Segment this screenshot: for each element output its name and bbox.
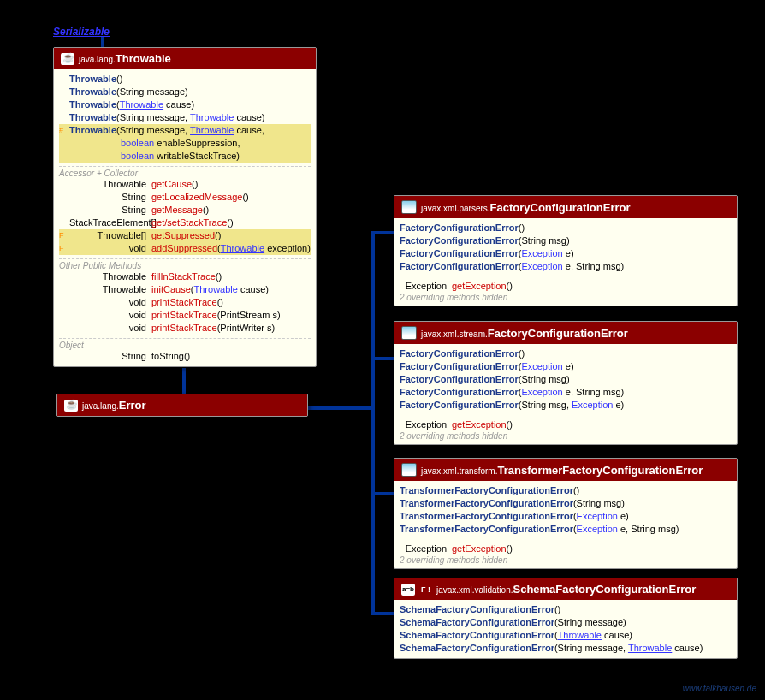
class-name: Throwable — [116, 52, 171, 65]
class-factory-2: javax.xml.transform.TransformerFactoryCo… — [394, 458, 738, 569]
class-factory-0: javax.xml.parsers.FactoryConfigurationEr… — [394, 195, 738, 306]
cup-icon — [64, 400, 78, 412]
screen-icon — [401, 326, 417, 340]
conn-factory3 — [371, 492, 395, 495]
class-error: java.lang.Error — [56, 394, 308, 417]
class-header: a=bF !javax.xml.validation.SchemaFactory… — [394, 578, 737, 600]
conn-error-main-v — [371, 231, 375, 614]
conn-factory1 — [371, 231, 395, 234]
class-throwable: java.lang.Throwable Throwable ()Throwabl… — [53, 47, 317, 367]
class-header-throwable: java.lang.Throwable — [54, 48, 316, 69]
class-name: Error — [119, 399, 146, 412]
conn-throwable-error — [182, 368, 186, 394]
class-header-error: java.lang.Error — [57, 394, 307, 416]
serializable-link[interactable]: Serializable — [53, 26, 110, 38]
screen-icon — [401, 200, 417, 214]
watermark: www.falkhausen.de — [683, 684, 756, 693]
conn-factory2 — [371, 357, 395, 360]
cup-icon — [61, 53, 74, 65]
class-factory-1: javax.xml.stream.FactoryConfigurationErr… — [394, 321, 738, 445]
class-factory-3: a=bF !javax.xml.validation.SchemaFactory… — [394, 578, 738, 659]
ab-icon: a=b — [401, 584, 415, 596]
class-header: javax.xml.transform.TransformerFactoryCo… — [394, 459, 737, 481]
class-header: javax.xml.stream.FactoryConfigurationErr… — [394, 322, 737, 344]
conn-error-main-h — [306, 406, 375, 410]
pkg-label: java.lang. — [82, 401, 119, 411]
screen-icon — [401, 463, 417, 477]
conn-factory4 — [371, 612, 395, 615]
class-header: javax.xml.parsers.FactoryConfigurationEr… — [394, 196, 737, 218]
pkg-label: java.lang. — [79, 55, 116, 64]
